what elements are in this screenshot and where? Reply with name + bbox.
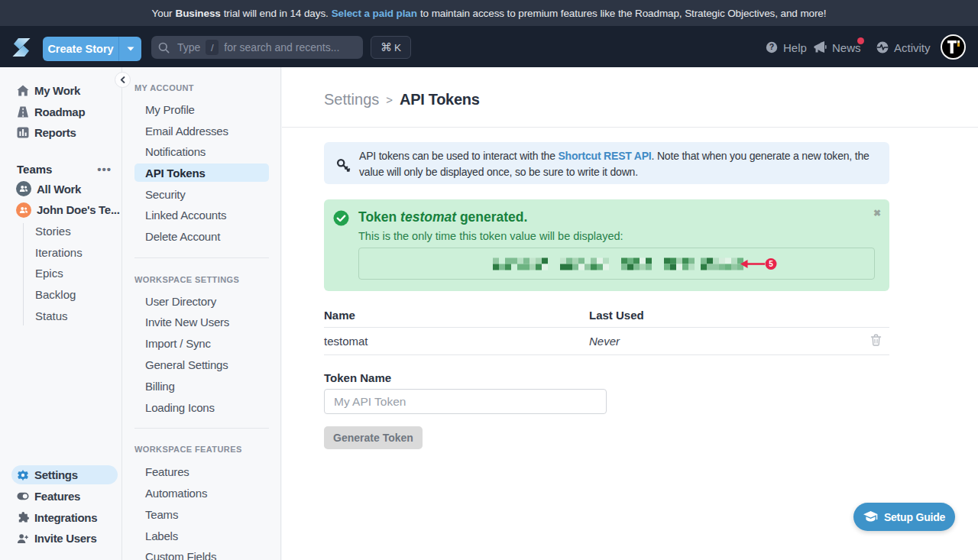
svg-text:5: 5 — [769, 260, 773, 268]
svg-text:?: ? — [769, 42, 774, 51]
